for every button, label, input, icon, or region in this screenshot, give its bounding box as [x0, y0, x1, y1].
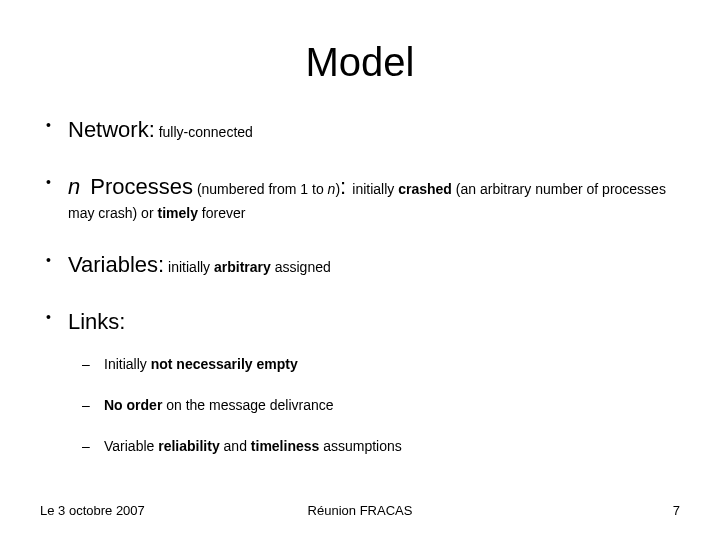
- processes-colon: :: [340, 174, 352, 199]
- variables-label: Variables:: [68, 252, 164, 277]
- slide: Model Network: fully-connected n Process…: [0, 0, 720, 540]
- links-sub-0-pre: Initially: [104, 356, 151, 372]
- links-sub-0-bold: not necessarily empty: [151, 356, 298, 372]
- processes-label-text: Processes: [90, 174, 193, 199]
- processes-n: n: [68, 174, 80, 199]
- network-label: Network:: [68, 117, 155, 142]
- links-sub-0: Initially not necessarily empty: [104, 354, 680, 375]
- bullet-list: Network: fully-connected n Processes (nu…: [40, 113, 680, 457]
- links-sub-2-bold2: timeliness: [251, 438, 319, 454]
- processes-text-a: initially: [352, 181, 398, 197]
- footer-center: Réunion FRACAS: [308, 503, 413, 518]
- processes-paren-pre: (numbered from 1 to: [197, 181, 328, 197]
- links-label: Links:: [68, 309, 125, 334]
- links-sub-2-pre: Variable: [104, 438, 158, 454]
- variables-arb: arbitrary: [214, 259, 271, 275]
- links-sub-2-post: assumptions: [319, 438, 401, 454]
- footer: Le 3 octobre 2007 Réunion FRACAS 7: [0, 503, 720, 518]
- footer-page-number: 7: [673, 503, 680, 518]
- bullet-links: Links: Initially not necessarily empty N…: [68, 305, 680, 457]
- processes-timely: timely: [157, 205, 197, 221]
- processes-text-c: forever: [198, 205, 245, 221]
- links-sub-2: Variable reliability and timeliness assu…: [104, 436, 680, 457]
- variables-text-b: assigned: [271, 259, 331, 275]
- bullet-processes: n Processes (numbered from 1 to n): init…: [68, 170, 680, 224]
- processes-crashed: crashed: [398, 181, 452, 197]
- links-sub-2-mid: and: [220, 438, 251, 454]
- links-sub-2-bold: reliability: [158, 438, 219, 454]
- network-text: fully-connected: [159, 124, 253, 140]
- links-sub-1-post: on the message delivrance: [162, 397, 333, 413]
- links-sub-1-bold: No order: [104, 397, 162, 413]
- variables-text-a: initially: [168, 259, 214, 275]
- bullet-variables: Variables: initially arbitrary assigned: [68, 248, 680, 281]
- links-sublist: Initially not necessarily empty No order…: [68, 354, 680, 457]
- slide-title: Model: [40, 40, 680, 85]
- footer-date: Le 3 octobre 2007: [40, 503, 145, 518]
- bullet-network: Network: fully-connected: [68, 113, 680, 146]
- links-sub-1: No order on the message delivrance: [104, 395, 680, 416]
